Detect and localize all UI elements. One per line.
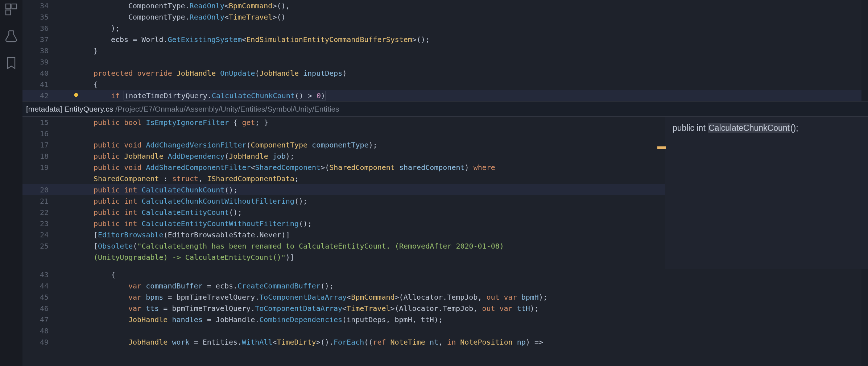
- line-number: 20: [22, 186, 59, 194]
- code-line[interactable]: 44var commandBuffer = ecbs.CreateCommand…: [22, 280, 868, 291]
- code-line[interactable]: SharedComponent : struct, ISharedCompone…: [22, 173, 665, 184]
- peek-reference-item[interactable]: public int CalculateChunkCount();: [673, 123, 861, 133]
- code-content: ecbs = World.GetExistingSystem<EndSimula…: [59, 35, 868, 44]
- code-line[interactable]: 48: [22, 325, 868, 336]
- code-content: protected override JobHandle OnUpdate(Jo…: [59, 69, 868, 78]
- code-content: {: [59, 80, 868, 89]
- code-area-peek[interactable]: 15public bool IsEmptyIgnoreFilter { get;…: [22, 117, 665, 269]
- code-line[interactable]: 36);: [22, 22, 868, 34]
- code-line[interactable]: 43{: [22, 269, 868, 280]
- peek-breadcrumb[interactable]: [metadata] EntityQuery.cs /Project/E7/On…: [22, 101, 868, 117]
- code-line[interactable]: (UnityUpgradable) -> CalculateEntityCoun…: [22, 251, 665, 263]
- line-number: 44: [22, 282, 59, 290]
- code-line[interactable]: 24[EditorBrowsable(EditorBrowsableState.…: [22, 229, 665, 240]
- svg-rect-2: [6, 10, 11, 15]
- code-content: (UnityUpgradable) -> CalculateEntityCoun…: [59, 253, 665, 262]
- code-content: public int CalculateChunkCountWithoutFil…: [59, 197, 665, 205]
- testing-icon[interactable]: [4, 29, 18, 43]
- code-content: {: [59, 270, 868, 279]
- code-content: public JobHandle AddDependency(JobHandle…: [59, 152, 665, 161]
- code-content: [Obsolete("CalculateLength has been rena…: [59, 242, 665, 250]
- code-line[interactable]: 15public bool IsEmptyIgnoreFilter { get;…: [22, 117, 665, 128]
- peek-definition-pane: 15public bool IsEmptyIgnoreFilter { get;…: [22, 117, 868, 269]
- code-area-top[interactable]: 34ComponentType.ReadOnly<BpmCommand>(),3…: [22, 0, 868, 101]
- code-line[interactable]: 20public int CalculateChunkCount();: [22, 184, 665, 195]
- line-number: 46: [22, 304, 59, 313]
- code-content: JobHandle work = Entities.WithAll<TimeDi…: [59, 338, 868, 346]
- code-line[interactable]: 46var tts = bpmTimeTravelQuery.ToCompone…: [22, 303, 868, 314]
- line-number: 40: [22, 69, 59, 78]
- code-content: public void AddSharedComponentFilter<Sha…: [59, 163, 665, 172]
- extensions-icon[interactable]: [4, 2, 18, 17]
- line-number: 15: [22, 118, 59, 127]
- line-number: 45: [22, 293, 59, 301]
- line-number: 25: [22, 242, 59, 250]
- code-line[interactable]: 17public void AddChangedVersionFilter(Co…: [22, 139, 665, 150]
- code-content: public void AddChangedVersionFilter(Comp…: [59, 141, 665, 149]
- minimap-mark: [657, 146, 666, 149]
- line-number: 36: [22, 24, 59, 33]
- code-line[interactable]: 41{: [22, 79, 868, 90]
- code-line[interactable]: 16: [22, 128, 665, 139]
- code-content: ComponentType.ReadOnly<TimeTravel>(): [59, 13, 868, 21]
- line-number: 22: [22, 208, 59, 217]
- code-line[interactable]: 22public int CalculateEntityCount();: [22, 207, 665, 218]
- code-line[interactable]: 39: [22, 56, 868, 67]
- code-line[interactable]: 35ComponentType.ReadOnly<TimeTravel>(): [22, 11, 868, 22]
- code-line[interactable]: 37ecbs = World.GetExistingSystem<EndSimu…: [22, 34, 868, 45]
- code-line[interactable]: 19public void AddSharedComponentFilter<S…: [22, 162, 665, 173]
- code-line[interactable]: 45var bpms = bpmTimeTravelQuery.ToCompon…: [22, 291, 868, 303]
- code-area-bottom[interactable]: 43{44var commandBuffer = ecbs.CreateComm…: [22, 269, 868, 366]
- peek-hit-prefix: public int: [673, 123, 708, 133]
- line-number: 21: [22, 197, 59, 205]
- overview-ruler[interactable]: [861, 269, 868, 366]
- bookmarks-icon[interactable]: [4, 56, 18, 70]
- code-content: var commandBuffer = ecbs.CreateCommandBu…: [59, 282, 868, 290]
- svg-rect-0: [6, 4, 11, 9]
- svg-rect-1: [12, 4, 17, 9]
- code-line[interactable]: 34ComponentType.ReadOnly<BpmCommand>(),: [22, 0, 868, 11]
- code-content: public int CalculateChunkCount();: [59, 186, 665, 194]
- overview-ruler[interactable]: [861, 0, 868, 101]
- code-line[interactable]: 49JobHandle work = Entities.WithAll<Time…: [22, 336, 868, 348]
- code-content: }: [59, 46, 868, 55]
- line-number: 49: [22, 338, 59, 346]
- peek-hit-match: CalculateChunkCount: [708, 123, 790, 133]
- code-content: );: [59, 24, 868, 33]
- peek-references-list[interactable]: public int CalculateChunkCount();: [665, 117, 868, 269]
- line-number: 39: [22, 58, 59, 66]
- code-content: public bool IsEmptyIgnoreFilter { get; }: [59, 118, 665, 127]
- code-content: SharedComponent : struct, ISharedCompone…: [59, 174, 665, 183]
- line-number: 43: [22, 270, 59, 279]
- code-content: public int CalculateEntityCount();: [59, 208, 665, 217]
- lightbulb-icon[interactable]: [69, 90, 83, 101]
- code-line[interactable]: 47JobHandle handles = JobHandle.CombineD…: [22, 314, 868, 325]
- code-line[interactable]: 40protected override JobHandle OnUpdate(…: [22, 67, 868, 79]
- line-number: 47: [22, 315, 59, 324]
- activity-bar: [0, 0, 22, 366]
- line-number: 37: [22, 35, 59, 44]
- breadcrumb-file: EntityQuery.cs: [64, 105, 113, 113]
- code-content: JobHandle handles = JobHandle.CombineDep…: [59, 315, 868, 324]
- code-content: public int CalculateEntityCountWithoutFi…: [59, 219, 665, 228]
- code-line[interactable]: 18public JobHandle AddDependency(JobHand…: [22, 150, 665, 162]
- code-content: if (noteTimeDirtyQuery.CalculateChunkCou…: [59, 91, 868, 100]
- line-number: 18: [22, 152, 59, 161]
- line-number: 41: [22, 80, 59, 89]
- code-content: var bpms = bpmTimeTravelQuery.ToComponen…: [59, 293, 868, 301]
- line-number: 24: [22, 230, 59, 239]
- breadcrumb-path: /Project/E7/Onmaku/Assembly/Unity/Entiti…: [115, 105, 339, 113]
- code-line[interactable]: 23public int CalculateEntityCountWithout…: [22, 218, 665, 229]
- line-number: 19: [22, 163, 59, 172]
- peek-hit-suffix: ();: [790, 123, 798, 133]
- code-content: var tts = bpmTimeTravelQuery.ToComponent…: [59, 304, 868, 313]
- line-number: 16: [22, 129, 59, 138]
- code-content: [EditorBrowsable(EditorBrowsableState.Ne…: [59, 230, 665, 239]
- breadcrumb-prefix: [metadata]: [26, 105, 62, 113]
- code-line[interactable]: 21public int CalculateChunkCountWithoutF…: [22, 195, 665, 207]
- line-number: 34: [22, 1, 59, 10]
- code-line[interactable]: 25[Obsolete("CalculateLength has been re…: [22, 240, 665, 251]
- code-line[interactable]: 38}: [22, 45, 868, 56]
- code-line[interactable]: 42if (noteTimeDirtyQuery.CalculateChunkC…: [22, 90, 868, 101]
- line-number: 23: [22, 219, 59, 228]
